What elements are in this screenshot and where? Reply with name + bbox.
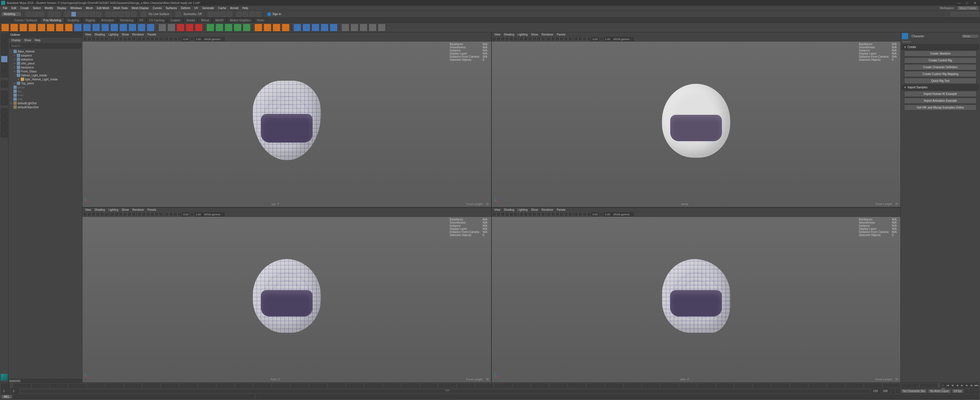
button-create-character-definition[interactable]: Create Character Definition	[904, 64, 977, 70]
vp-tool-8-icon[interactable]	[528, 37, 532, 41]
button-import-animation-example[interactable]: Import Animation Example	[904, 98, 977, 104]
append-icon[interactable]	[243, 24, 251, 32]
command-lang-button[interactable]: MEL	[1, 395, 12, 399]
range-out-field[interactable]: 120	[871, 389, 880, 393]
slide-edge-icon[interactable]	[360, 24, 368, 32]
vp-menu-show[interactable]: Show	[530, 33, 539, 36]
move-tool-icon[interactable]	[1, 56, 8, 62]
vp-colorspace-dropdown[interactable]: sRGB gamma	[203, 37, 224, 41]
sign-in-button[interactable]: Sign in	[266, 12, 283, 16]
menu-file[interactable]: File	[1, 6, 9, 10]
vp-tool-15-icon[interactable]	[150, 37, 154, 41]
menu-modify[interactable]: Modify	[43, 6, 54, 10]
poly-cone-icon[interactable]	[29, 24, 37, 32]
vp-tool-1-icon[interactable]	[87, 37, 91, 41]
vp-tool-7-icon[interactable]	[524, 212, 528, 216]
range-option1-icon[interactable]	[891, 389, 895, 393]
shelf-tab-motiongraphics[interactable]: Motion Graphics	[227, 17, 254, 22]
menu-mesh-display[interactable]: Mesh Display	[130, 6, 150, 10]
vp-tool-13-icon[interactable]	[551, 212, 555, 216]
vp-menu-view[interactable]: View	[493, 208, 502, 211]
animlayer-dropdown[interactable]: No Anim Layer	[928, 389, 951, 393]
snap-point-icon[interactable]	[119, 12, 124, 17]
vp-tool-19-icon[interactable]	[578, 37, 582, 41]
range-option2-icon[interactable]	[896, 389, 900, 393]
shelf-tab-animation[interactable]: Animation	[98, 17, 117, 22]
shelf-tab-bifrost[interactable]: Bifrost	[198, 17, 212, 22]
range-start-field[interactable]: 1	[1, 389, 10, 393]
snap-toggle-icon[interactable]	[1, 108, 8, 115]
vp-tool-19-icon[interactable]	[169, 212, 173, 216]
outliner-item-top[interactable]: top	[9, 89, 81, 93]
vp-tool-4-icon[interactable]	[509, 212, 513, 216]
vp-tool-14-icon[interactable]	[146, 212, 150, 216]
vp-tool-2-icon[interactable]	[501, 212, 505, 216]
connect-icon[interactable]	[312, 24, 320, 32]
vp-tool-8-icon[interactable]	[119, 212, 123, 216]
time-slider[interactable]: |◀◀ |◀ ◀ ◀ ▶ ▶ ▶| ▶▶|	[0, 383, 980, 388]
menu-uv[interactable]: UV	[192, 6, 200, 10]
select-mode-icon[interactable]	[65, 12, 70, 17]
vp-tool-15-icon[interactable]	[560, 212, 563, 216]
outliner-search-input[interactable]	[10, 43, 81, 48]
poly-cylinder-icon[interactable]	[19, 24, 27, 32]
menu-windows[interactable]: Windows	[68, 6, 84, 10]
vp-menu-show[interactable]: Show	[120, 208, 130, 211]
viewport-canvas[interactable]: Backfaces:N/ASmoothness:N/AInstance:N/AD…	[492, 217, 900, 383]
vp-tool-6-icon[interactable]	[110, 37, 114, 41]
menu-edit[interactable]: Edit	[10, 6, 18, 10]
fps-dropdown[interactable]: 24 fps	[952, 389, 964, 393]
outliner-item-Helmet_Light_Inside[interactable]: −Helmet_Light_Inside	[9, 73, 81, 77]
vp-tool-7-icon[interactable]	[115, 212, 119, 216]
conform-icon[interactable]	[378, 24, 386, 32]
vp-tool-3-icon[interactable]	[505, 212, 509, 216]
outliner-item-front[interactable]: front	[9, 93, 81, 97]
vp-tool-12-icon[interactable]	[547, 37, 551, 41]
vp-tool-3-icon[interactable]	[96, 37, 100, 41]
edge-flow-icon[interactable]	[369, 24, 377, 32]
vp-menu-view[interactable]: View	[84, 208, 93, 211]
vp-tool-21-icon[interactable]	[178, 37, 181, 41]
open-scene-icon[interactable]	[32, 12, 38, 17]
command-input[interactable]	[13, 395, 255, 399]
poly-disc-icon[interactable]	[56, 24, 64, 32]
svg-icon[interactable]	[147, 24, 154, 32]
vp-tool-13-icon[interactable]	[142, 37, 146, 41]
vp-menu-renderer[interactable]: Renderer	[131, 33, 146, 36]
vp-menu-view[interactable]: View	[84, 33, 93, 36]
vp-tool-3-icon[interactable]	[505, 37, 509, 41]
autokey-icon[interactable]	[965, 389, 969, 393]
close-button[interactable]: ✕	[971, 1, 979, 5]
vp-tool-17-icon[interactable]	[159, 37, 163, 41]
outliner-menu-help[interactable]: Help	[33, 38, 42, 42]
vp-menu-shading[interactable]: Shading	[93, 208, 107, 211]
menu-create[interactable]: Create	[19, 6, 30, 10]
button-create-control-rig[interactable]: Create Control Rig	[904, 57, 977, 63]
combine-icon[interactable]	[158, 24, 166, 32]
vp-tool-5-icon[interactable]	[514, 37, 517, 41]
vp-tool-17-icon[interactable]	[568, 37, 572, 41]
soft-select-icon[interactable]	[1, 91, 8, 98]
outliner-item-Top_piece[interactable]: +Top_piece	[9, 81, 81, 85]
menu-edit-mesh[interactable]: Edit Mesh	[95, 6, 111, 10]
vp-tool-10-icon[interactable]	[537, 212, 541, 216]
sidebar-toggle4-icon[interactable]	[968, 12, 973, 17]
vp-colorspace-dropdown[interactable]: sRGB gamma	[203, 213, 224, 216]
vp-menu-lighting[interactable]: Lighting	[107, 33, 120, 36]
vp-tool-14-icon[interactable]	[555, 212, 559, 216]
viewport-front[interactable]: ViewShadingLightingShowRendererPanels0.0…	[83, 208, 491, 383]
vp-tool-0-icon[interactable]	[492, 37, 496, 41]
shelf-tab-fx[interactable]: FX	[137, 17, 146, 22]
outliner-scrollbar[interactable]	[8, 379, 82, 383]
menu-deform[interactable]: Deform	[179, 6, 192, 10]
charset-dropdown[interactable]: No Character Set	[901, 389, 927, 393]
vp-tool-20-icon[interactable]	[583, 37, 587, 41]
vp-menu-shading[interactable]: Shading	[93, 33, 107, 36]
vp-tool-10-icon[interactable]	[127, 37, 131, 41]
shelf-tab-custom[interactable]: Custom	[167, 17, 183, 22]
poly-soccer-icon[interactable]	[119, 24, 127, 32]
select-mask-icon[interactable]	[84, 12, 89, 17]
vp-tool-0-icon[interactable]	[83, 37, 87, 41]
vp-tool-12-icon[interactable]	[138, 212, 142, 216]
live-surface-icon[interactable]	[141, 12, 146, 17]
